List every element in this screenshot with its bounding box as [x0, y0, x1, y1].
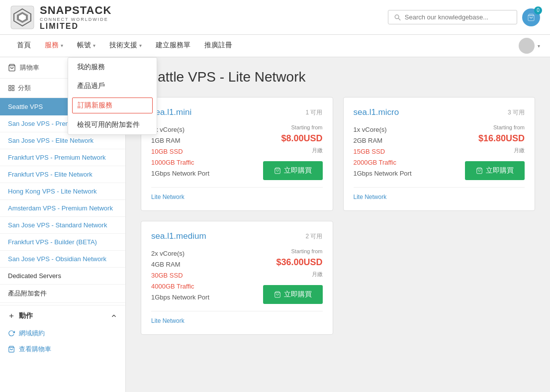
card-specs-mini: 1x vCore(s) 1GB RAM 10GB SSD 1000GB Traf…	[151, 124, 209, 179]
nav-user-menu[interactable]: ▾	[519, 38, 540, 54]
nav-account[interactable]: 帳號 ▾	[70, 35, 102, 57]
card-avail-micro: 3 可用	[508, 108, 525, 117]
buy-button-mini[interactable]: 立即購買	[263, 161, 323, 180]
card-footer-medium: Lite Network	[151, 311, 323, 324]
sidebar-item-sanjose-standard[interactable]: San Jose VPS - Standard Network	[0, 217, 125, 234]
support-arrow: ▾	[139, 43, 142, 48]
card-pricing-medium: Starting from $36.00USD 月繳 立即購買	[263, 248, 323, 304]
products-grid: sea.l1.mini 1 可用 1x vCore(s) 1GB RAM 10G…	[141, 97, 535, 335]
page-title: Seattle VPS - Lite Network	[141, 69, 535, 85]
nav-create-ticket[interactable]: 建立服務單	[149, 35, 197, 57]
card-header-medium: sea.l1.medium 2 可用	[151, 231, 323, 241]
card-header-mini: sea.l1.mini 1 可用	[151, 107, 323, 117]
cart-icon	[527, 13, 535, 21]
sidebar-item-dedicated[interactable]: Dedicated Servers	[0, 268, 125, 285]
cart-buy-icon-micro	[476, 167, 483, 174]
logo-snapstack: SNAPSTACK	[40, 4, 111, 17]
sidebar-item-sanjose-elite[interactable]: San Jose VPS - Elite Network	[0, 132, 125, 149]
card-avail-medium: 2 可用	[305, 232, 322, 241]
chevron-up-icon	[110, 312, 117, 319]
cart-button[interactable]: 0	[522, 8, 540, 26]
product-card-mini: sea.l1.mini 1 可用 1x vCore(s) 1GB RAM 10G…	[141, 97, 333, 211]
nav-affiliate[interactable]: 推廣註冊	[197, 35, 239, 57]
buy-button-medium[interactable]: 立即購買	[263, 285, 323, 304]
sidebar-view-cart[interactable]: 查看購物車	[8, 341, 117, 357]
nav-services[interactable]: 服務 ▾ 我的服務 產品過戶 訂購新服務 檢視可用的附加套件	[38, 35, 70, 57]
sidebar-cart-label: 購物車	[20, 63, 39, 72]
sidebar-renew-domain[interactable]: 網域續約	[8, 325, 117, 341]
card-pricing-mini: Starting from $8.00USD 月繳 立即購買	[263, 124, 323, 180]
dropdown-transfer[interactable]: 產品過戶	[68, 77, 157, 96]
dropdown-my-services[interactable]: 我的服務	[68, 58, 157, 77]
card-pricing-micro: Starting from $16.80USD 月繳 立即購買	[465, 124, 525, 180]
sidebar-item-hongkong-lite[interactable]: Hong Kong VPS - Lite Network	[0, 183, 125, 200]
product-card-medium: sea.l1.medium 2 可用 2x vCore(s) 4GB RAM 3…	[141, 221, 333, 335]
svg-rect-11	[12, 89, 14, 91]
card-body-micro: 1x vCore(s) 2GB RAM 15GB SSD 2000GB Traf…	[354, 124, 525, 180]
cart-buy-icon	[274, 167, 281, 174]
services-arrow: ▾	[61, 43, 63, 48]
card-footer-micro: Lite Network	[354, 187, 525, 200]
card-name-micro: sea.l1.micro	[354, 107, 399, 117]
product-card-micro: sea.l1.micro 3 可用 1x vCore(s) 2GB RAM 15…	[343, 97, 536, 211]
logo-sub: CONNECT WORLDWIDE	[40, 17, 111, 22]
actions-header: 動作	[8, 311, 117, 320]
dropdown-order-new[interactable]: 訂購新服務	[72, 98, 153, 113]
card-footer-mini: Lite Network	[151, 187, 323, 200]
sidebar-item-frankfurt-premium[interactable]: Frankfurt VPS - Premium Network	[0, 149, 125, 166]
svg-rect-9	[12, 86, 14, 88]
logo-limited: LIMITED	[40, 22, 111, 31]
user-avatar	[519, 38, 535, 54]
account-arrow: ▾	[93, 43, 95, 48]
services-dropdown: 我的服務 產品過戶 訂購新服務 檢視可用的附加套件	[68, 57, 157, 135]
dropdown-addons[interactable]: 檢視可用的附加套件	[68, 115, 157, 134]
sidebar-item-sanjose-obsidian[interactable]: San Jose VPS - Obsidian Network	[0, 251, 125, 268]
card-specs-micro: 1x vCore(s) 2GB RAM 15GB SSD 2000GB Traf…	[354, 124, 412, 179]
card-header-micro: sea.l1.micro 3 可用	[354, 107, 525, 117]
sidebar-actions: 動作 網域續約 查看購物車	[0, 305, 125, 363]
nav-home[interactable]: 首頁	[10, 35, 38, 57]
sidebar-item-amsterdam-premium[interactable]: Amsterdam VPS - Premium Network	[0, 200, 125, 217]
section-icon	[8, 85, 15, 92]
cart-badge: 0	[534, 6, 542, 14]
card-name-mini: sea.l1.mini	[151, 107, 191, 117]
content-area: Seattle VPS - Lite Network sea.l1.mini 1…	[126, 57, 550, 392]
card-body-mini: 1x vCore(s) 1GB RAM 10GB SSD 1000GB Traf…	[151, 124, 323, 180]
svg-line-5	[398, 18, 400, 20]
cart-action-icon	[8, 346, 15, 353]
card-specs-medium: 2x vCore(s) 4GB RAM 30GB SSD 4000GB Traf…	[151, 248, 209, 303]
logo-area: SNAPSTACK CONNECT WORLDWIDE LIMITED	[10, 4, 111, 31]
search-icon	[394, 14, 401, 21]
svg-point-4	[395, 14, 399, 18]
sidebar-item-addons[interactable]: 產品附加套件	[0, 285, 125, 303]
logo-icon	[10, 5, 35, 30]
card-avail-mini: 1 可用	[305, 108, 322, 117]
refresh-icon	[8, 330, 15, 337]
buy-button-micro[interactable]: 立即購買	[465, 161, 525, 180]
sidebar-item-frankfurt-builder[interactable]: Frankfurt VPS - Builder (BETA)	[0, 234, 125, 251]
plus-icon	[8, 312, 15, 319]
svg-rect-10	[9, 89, 11, 91]
section-label-text: 分類	[18, 84, 31, 93]
card-body-medium: 2x vCore(s) 4GB RAM 30GB SSD 4000GB Traf…	[151, 248, 323, 304]
user-arrow: ▾	[538, 43, 540, 49]
card-name-medium: sea.l1.medium	[151, 231, 206, 241]
logo-text: SNAPSTACK CONNECT WORLDWIDE LIMITED	[40, 4, 111, 31]
cart-icon-sidebar	[8, 64, 16, 72]
nav-support[interactable]: 技術支援 ▾	[102, 35, 149, 57]
svg-rect-8	[9, 86, 11, 88]
header: SNAPSTACK CONNECT WORLDWIDE LIMITED 0	[0, 0, 550, 35]
search-box	[388, 10, 517, 24]
sidebar-item-frankfurt-elite[interactable]: Frankfurt VPS - Elite Network	[0, 166, 125, 183]
search-input[interactable]	[405, 13, 511, 21]
nav-bar: 首頁 服務 ▾ 我的服務 產品過戶 訂購新服務 檢視可用的附加套件 帳號 ▾ 技…	[0, 35, 550, 57]
cart-buy-icon-medium	[274, 291, 281, 298]
